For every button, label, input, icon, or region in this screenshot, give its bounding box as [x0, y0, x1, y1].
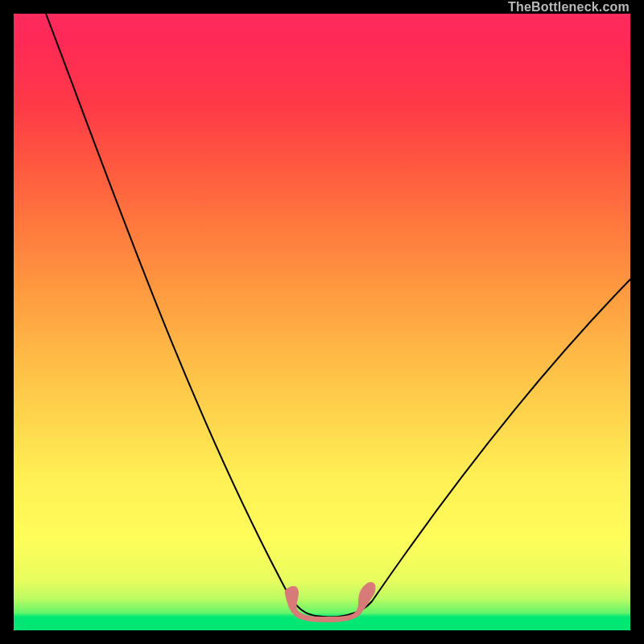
bottleneck-curve — [46, 14, 630, 617]
plot-area — [14, 14, 630, 630]
chart-svg — [14, 14, 630, 630]
watermark-text: TheBottleneck.com — [508, 0, 630, 14]
chart-frame: TheBottleneck.com — [0, 0, 644, 644]
